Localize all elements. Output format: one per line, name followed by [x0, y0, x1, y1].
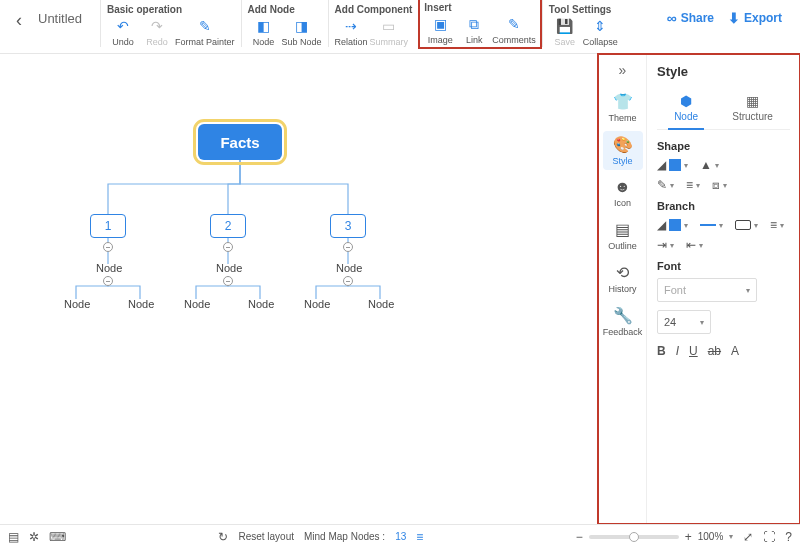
border-color-picker[interactable]: ▲▾ — [700, 158, 719, 172]
reset-layout-icon[interactable]: ↻ — [218, 530, 228, 544]
subnode-icon: ◨ — [293, 17, 311, 35]
share-icon: ∞ — [667, 10, 677, 26]
link-icon: ⧉ — [465, 15, 483, 33]
collapse-toggle[interactable] — [223, 276, 233, 286]
level3-node[interactable]: Node — [248, 298, 274, 310]
insert-link-button[interactable]: ⧉Link — [458, 15, 490, 45]
undo-button[interactable]: ↶Undo — [107, 17, 139, 47]
level3-node[interactable]: Node — [368, 298, 394, 310]
level3-node[interactable]: Node — [184, 298, 210, 310]
panel-title: Style — [657, 62, 790, 81]
feedback-icon: 🔧 — [613, 306, 633, 325]
font-size-select[interactable]: 24▾ — [657, 310, 711, 334]
align-picker[interactable]: ≡▾ — [686, 178, 700, 192]
fit-button[interactable]: ⤢ — [743, 530, 753, 544]
bold-button[interactable]: B — [657, 344, 666, 358]
fill-color-picker[interactable]: ◢▾ — [657, 158, 688, 172]
zoom-in-button[interactable]: + — [685, 530, 692, 544]
branch-color-picker[interactable]: ◢▾ — [657, 218, 688, 232]
italic-button[interactable]: I — [676, 344, 679, 358]
toolbar-group-basic: Basic operation ↶Undo ↷Redo ✎Format Pain… — [100, 0, 241, 47]
style-icon: 🎨 — [613, 135, 633, 154]
root-node[interactable]: Facts — [198, 124, 282, 160]
branch-width-picker[interactable]: ≡▾ — [770, 218, 784, 232]
level3-node[interactable]: Node — [304, 298, 330, 310]
toolbar-group-tool-settings: Tool Settings 💾Save ⇕Collapse — [542, 0, 624, 47]
branch-shape-picker[interactable]: ▾ — [735, 218, 758, 232]
nodes-menu-icon[interactable]: ≡ — [416, 530, 423, 544]
font-family-select[interactable]: Font▾ — [657, 278, 757, 302]
group-title: Add Node — [248, 4, 322, 15]
relation-button[interactable]: ⇢Relation — [335, 17, 368, 47]
view-mode-2[interactable]: ✲ — [29, 530, 39, 544]
help-button[interactable]: ? — [785, 530, 792, 544]
insert-comments-button[interactable]: ✎Comments — [492, 15, 536, 45]
share-button[interactable]: ∞Share — [667, 10, 714, 26]
node-icon: ◧ — [255, 17, 273, 35]
insert-image-button[interactable]: ▣Image — [424, 15, 456, 45]
zoom-value: 100% — [698, 531, 724, 542]
spacing-picker[interactable]: ⧈▾ — [712, 178, 727, 192]
group-title: Insert — [424, 2, 536, 13]
export-button[interactable]: ⬇Export — [728, 10, 782, 26]
collapse-toggle[interactable] — [103, 276, 113, 286]
fullscreen-button[interactable]: ⛶ — [763, 530, 775, 544]
underline-button[interactable]: U — [689, 344, 698, 358]
view-mode-1[interactable]: ▤ — [8, 530, 19, 544]
collapse-icon: ⇕ — [591, 17, 609, 35]
format-painter-button[interactable]: ✎Format Painter — [175, 17, 235, 47]
reset-layout-label[interactable]: Reset layout — [238, 531, 294, 542]
panel-collapse-button[interactable]: » — [619, 60, 627, 84]
level2-node[interactable]: Node — [336, 262, 362, 274]
collapse-toggle[interactable] — [343, 242, 353, 252]
node-tab-icon: ⬢ — [680, 93, 692, 109]
text-color-button[interactable]: A — [731, 344, 739, 358]
level2-node[interactable]: Node — [216, 262, 242, 274]
toolbar-group-add-node: Add Node ◧Node ◨Sub Node — [241, 0, 328, 47]
rail-feedback[interactable]: 🔧Feedback — [603, 302, 643, 341]
zoom-out-button[interactable]: − — [576, 530, 583, 544]
back-button[interactable]: ‹ — [8, 0, 30, 41]
right-panel: » 👕Theme 🎨Style ☻Icon ▤Outline ⟲History … — [598, 54, 800, 524]
level1-node-1[interactable]: 1 — [90, 214, 126, 238]
group-title: Basic operation — [107, 4, 235, 15]
rail-theme[interactable]: 👕Theme — [603, 88, 643, 127]
level3-node[interactable]: Node — [128, 298, 154, 310]
status-bar: ▤ ✲ ⌨ ↻ Reset layout Mind Map Nodes : 13… — [0, 524, 800, 548]
summary-button[interactable]: ▭Summary — [370, 17, 409, 47]
outline-icon: ▤ — [615, 220, 630, 239]
rail-icon[interactable]: ☻Icon — [603, 174, 643, 212]
border-style-picker[interactable]: ✎▾ — [657, 178, 674, 192]
collapse-toggle[interactable] — [223, 242, 233, 252]
theme-icon: 👕 — [613, 92, 633, 111]
collapse-button[interactable]: ⇕Collapse — [583, 17, 618, 47]
image-icon: ▣ — [431, 15, 449, 33]
strike-button[interactable]: ab — [708, 344, 721, 358]
structure-tab-icon: ▦ — [746, 93, 759, 109]
redo-button[interactable]: ↷Redo — [141, 17, 173, 47]
side-rail: » 👕Theme 🎨Style ☻Icon ▤Outline ⟲History … — [599, 54, 647, 524]
zoom-slider[interactable] — [589, 535, 679, 539]
level1-node-3[interactable]: 3 — [330, 214, 366, 238]
save-button[interactable]: 💾Save — [549, 17, 581, 47]
document-title[interactable]: Untitled — [30, 0, 100, 37]
rail-history[interactable]: ⟲History — [603, 259, 643, 298]
relation-icon: ⇢ — [342, 17, 360, 35]
rail-style[interactable]: 🎨Style — [603, 131, 643, 170]
branch-arrow-picker[interactable]: ⇥▾ — [657, 238, 674, 252]
level1-node-2[interactable]: 2 — [210, 214, 246, 238]
add-node-button[interactable]: ◧Node — [248, 17, 280, 47]
branch-end-picker[interactable]: ⇤▾ — [686, 238, 703, 252]
zoom-menu[interactable]: ▾ — [729, 532, 733, 541]
comments-icon: ✎ — [505, 15, 523, 33]
tab-node[interactable]: ⬢Node — [668, 91, 704, 130]
collapse-toggle[interactable] — [103, 242, 113, 252]
tab-structure[interactable]: ▦Structure — [726, 91, 779, 129]
view-mode-3[interactable]: ⌨ — [49, 530, 66, 544]
rail-outline[interactable]: ▤Outline — [603, 216, 643, 255]
add-subnode-button[interactable]: ◨Sub Node — [282, 17, 322, 47]
level2-node[interactable]: Node — [96, 262, 122, 274]
collapse-toggle[interactable] — [343, 276, 353, 286]
level3-node[interactable]: Node — [64, 298, 90, 310]
branch-line-picker[interactable]: ▾ — [700, 218, 723, 232]
